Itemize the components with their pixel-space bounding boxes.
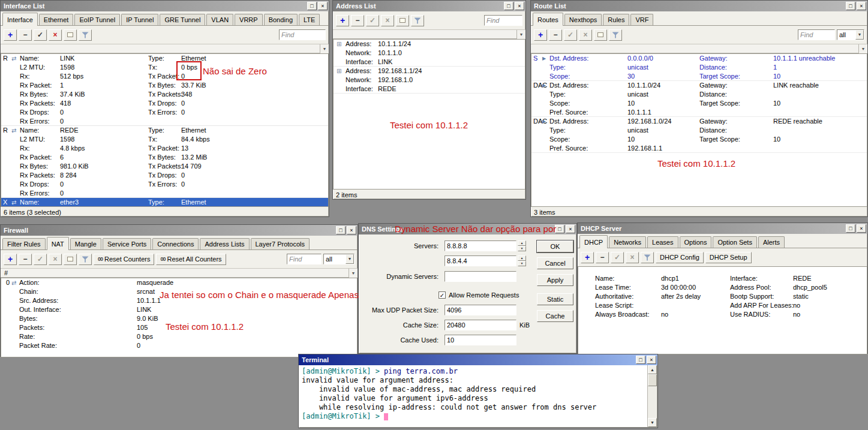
tab-alerts[interactable]: Alerts: [758, 236, 785, 248]
up-icon[interactable]: ▲: [518, 255, 526, 261]
disable-button[interactable]: ×: [579, 29, 592, 41]
dhcp-config-button[interactable]: DHCP Config: [656, 252, 704, 263]
add-button[interactable]: +: [581, 252, 594, 263]
max-udp-field[interactable]: [444, 305, 516, 315]
terminal-output[interactable]: [admin@MikroTik] >ping terra.com.br inva…: [299, 365, 647, 427]
add-button[interactable]: +: [4, 254, 17, 265]
enable-button[interactable]: ✓: [564, 29, 577, 41]
maximize-icon[interactable]: □: [555, 225, 564, 233]
tab-bonding[interactable]: Bonding: [264, 14, 298, 25]
close-icon[interactable]: ×: [647, 356, 656, 364]
tab-eoip-tunnel[interactable]: EoIP Tunnel: [74, 14, 120, 25]
tab-filter-rules[interactable]: Filter Rules: [2, 238, 46, 249]
cancel-button[interactable]: Cancel: [537, 257, 573, 269]
column-chooser-icon[interactable]: ▼: [320, 44, 329, 53]
add-button[interactable]: +: [336, 15, 349, 26]
tab-leases[interactable]: Leases: [647, 236, 678, 248]
remove-button[interactable]: −: [549, 29, 562, 41]
disable-button[interactable]: ×: [49, 29, 62, 41]
tab-service-ports[interactable]: Service Ports: [103, 238, 151, 249]
scroll-thumb[interactable]: [648, 374, 657, 386]
tab-options[interactable]: Options: [680, 236, 712, 248]
tab-networks[interactable]: Networks: [609, 236, 646, 248]
close-icon[interactable]: ×: [857, 2, 866, 10]
tab-layer7-protocols[interactable]: Layer7 Protocols: [251, 238, 310, 249]
dns-server1-field[interactable]: [444, 240, 516, 251]
allow-remote-requests-checkbox[interactable]: ✓: [438, 291, 446, 299]
reset-counters-button[interactable]: 00 Reset Counters: [94, 254, 154, 265]
filter-button[interactable]: [609, 29, 622, 41]
maximize-icon[interactable]: □: [636, 356, 645, 364]
dns-server2-field[interactable]: [444, 255, 516, 266]
route-row-connected-link[interactable]: DAC ▶ Dst. Address:10.1.1.0/24Type:unica…: [531, 81, 867, 117]
filter-button[interactable]: [79, 254, 92, 265]
titlebar[interactable]: Interface List □ ×: [1, 1, 329, 11]
filter-dropdown[interactable]: all ▼: [323, 254, 355, 264]
tab-vrrp[interactable]: VRRP: [235, 14, 263, 25]
interface-row-link[interactable]: R ⇄ Name:LINKL2 MTU:1598Rx:512 bpsRx Pac…: [1, 54, 328, 126]
tab-lte[interactable]: LTE: [299, 14, 320, 25]
address-row[interactable]: ⊞ Address:192.168.1.1/24Network:192.168.…: [334, 67, 525, 94]
tab-address-lists[interactable]: Address Lists: [200, 238, 249, 249]
find-input[interactable]: [484, 15, 522, 26]
enable-button[interactable]: ✓: [611, 252, 624, 263]
scroll-down-icon[interactable]: ▼: [648, 418, 657, 427]
dynamic-servers-field[interactable]: [444, 271, 516, 282]
chevron-down-icon[interactable]: ▼: [855, 30, 864, 40]
close-icon[interactable]: ×: [318, 2, 328, 10]
cache-button[interactable]: Cache: [537, 310, 573, 322]
titlebar[interactable]: Firewall □ ×: [1, 225, 358, 236]
titlebar[interactable]: Route List □ ×: [531, 1, 867, 11]
ok-button[interactable]: OK: [537, 240, 573, 252]
add-button[interactable]: +: [4, 29, 17, 41]
tab-rules[interactable]: Rules: [603, 14, 629, 25]
up-icon[interactable]: ▲: [518, 240, 526, 246]
maximize-icon[interactable]: □: [307, 2, 317, 10]
interface-row-ether3-selected[interactable]: X ⇄ Name:ether3 Type:Ethernet: [1, 198, 328, 207]
chevron-down-icon[interactable]: ▼: [346, 254, 354, 264]
tab-ethernet[interactable]: Ethernet: [39, 14, 74, 25]
titlebar[interactable]: Address List □ ×: [333, 1, 525, 11]
close-icon[interactable]: ×: [347, 226, 356, 234]
static-button[interactable]: Static: [537, 293, 573, 305]
enable-button[interactable]: ✓: [366, 15, 379, 26]
down-icon[interactable]: ▼: [518, 246, 526, 251]
maximize-icon[interactable]: □: [846, 224, 855, 233]
comment-button[interactable]: [64, 29, 77, 41]
scrollbar[interactable]: ▲ ▼: [647, 365, 657, 427]
nat-rule-row[interactable]: 0 ⇄ Action:masqueradeChain:srcnatSrc. Ad…: [1, 278, 357, 350]
comment-button[interactable]: [396, 15, 409, 26]
interface-row-rede[interactable]: R ⇄ Name:REDEL2 MTU:1598Rx:4.8 kbpsRx Pa…: [1, 126, 328, 198]
column-chooser-icon[interactable]: ▼: [858, 44, 867, 53]
tab-nexthops[interactable]: Nexthops: [564, 14, 602, 25]
tab-gre-tunnel[interactable]: GRE Tunnel: [160, 14, 205, 25]
disable-button[interactable]: ×: [49, 254, 62, 265]
scroll-up-icon[interactable]: ▲: [648, 365, 657, 374]
route-row-static[interactable]: S ▶ Dst. Address:0.0.0.0/0Type:unicastSc…: [531, 54, 867, 81]
comment-button[interactable]: [594, 29, 607, 41]
remove-button[interactable]: −: [596, 252, 609, 263]
maximize-icon[interactable]: □: [846, 2, 855, 10]
down-icon[interactable]: ▼: [518, 261, 526, 266]
filter-button[interactable]: [79, 29, 92, 41]
maximize-icon[interactable]: □: [504, 2, 513, 10]
filter-dropdown[interactable]: all ▼: [837, 29, 864, 40]
add-button[interactable]: +: [534, 29, 547, 41]
close-icon[interactable]: ×: [857, 224, 866, 233]
maximize-icon[interactable]: □: [336, 226, 346, 234]
column-chooser-icon[interactable]: ▼: [516, 30, 525, 39]
cache-used-field[interactable]: [444, 335, 516, 345]
tab-connections[interactable]: Connections: [152, 238, 199, 249]
dhcp-server-row[interactable]: Name:dhcp1Lease Time:3d 00:00:00Authorit…: [578, 274, 867, 322]
disable-button[interactable]: ×: [626, 252, 639, 263]
titlebar[interactable]: DHCP Server □ ×: [578, 223, 867, 234]
titlebar[interactable]: Terminal □ ×: [299, 354, 657, 365]
enable-button[interactable]: ✓: [34, 254, 47, 265]
remove-button[interactable]: −: [351, 15, 364, 26]
find-input[interactable]: [798, 29, 835, 40]
find-input[interactable]: [287, 254, 322, 264]
filter-button[interactable]: [411, 15, 424, 26]
reset-all-counters-button[interactable]: 00 Reset All Counters: [156, 254, 226, 265]
column-chooser-icon[interactable]: ▼: [349, 269, 358, 278]
filter-button[interactable]: [641, 252, 654, 263]
